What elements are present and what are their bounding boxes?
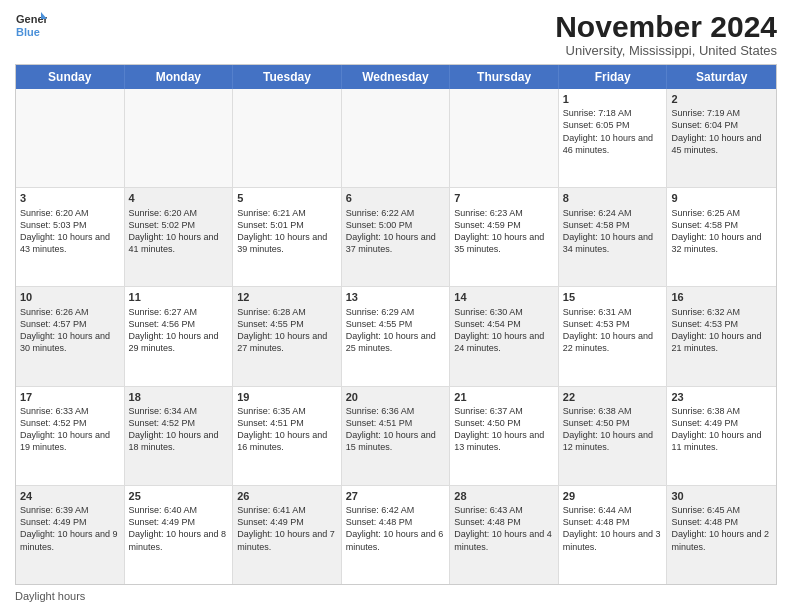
day-number: 22 [563,390,663,404]
cell-info: Sunrise: 6:45 AM Sunset: 4:48 PM Dayligh… [671,504,772,553]
calendar-cell: 21Sunrise: 6:37 AM Sunset: 4:50 PM Dayli… [450,387,559,485]
day-number: 17 [20,390,120,404]
day-number: 15 [563,290,663,304]
cell-info: Sunrise: 6:23 AM Sunset: 4:59 PM Dayligh… [454,207,554,256]
cell-info: Sunrise: 6:40 AM Sunset: 4:49 PM Dayligh… [129,504,229,553]
weekday-header: Monday [125,65,234,89]
cell-info: Sunrise: 7:19 AM Sunset: 6:04 PM Dayligh… [671,107,772,156]
cell-info: Sunrise: 6:42 AM Sunset: 4:48 PM Dayligh… [346,504,446,553]
calendar-cell: 6Sunrise: 6:22 AM Sunset: 5:00 PM Daylig… [342,188,451,286]
main-title: November 2024 [555,10,777,43]
calendar-cell [450,89,559,187]
svg-text:Blue: Blue [16,26,40,38]
cell-info: Sunrise: 6:34 AM Sunset: 4:52 PM Dayligh… [129,405,229,454]
cell-info: Sunrise: 6:35 AM Sunset: 4:51 PM Dayligh… [237,405,337,454]
cell-info: Sunrise: 6:32 AM Sunset: 4:53 PM Dayligh… [671,306,772,355]
calendar-cell: 25Sunrise: 6:40 AM Sunset: 4:49 PM Dayli… [125,486,234,584]
page: General Blue November 2024 University, M… [0,0,792,612]
calendar-cell: 24Sunrise: 6:39 AM Sunset: 4:49 PM Dayli… [16,486,125,584]
cell-info: Sunrise: 6:28 AM Sunset: 4:55 PM Dayligh… [237,306,337,355]
weekday-header: Saturday [667,65,776,89]
cell-info: Sunrise: 6:36 AM Sunset: 4:51 PM Dayligh… [346,405,446,454]
calendar-cell: 17Sunrise: 6:33 AM Sunset: 4:52 PM Dayli… [16,387,125,485]
calendar-cell: 22Sunrise: 6:38 AM Sunset: 4:50 PM Dayli… [559,387,668,485]
day-number: 28 [454,489,554,503]
day-number: 19 [237,390,337,404]
day-number: 2 [671,92,772,106]
cell-info: Sunrise: 6:21 AM Sunset: 5:01 PM Dayligh… [237,207,337,256]
cell-info: Sunrise: 6:38 AM Sunset: 4:50 PM Dayligh… [563,405,663,454]
day-number: 12 [237,290,337,304]
day-number: 25 [129,489,229,503]
day-number: 16 [671,290,772,304]
calendar-cell: 16Sunrise: 6:32 AM Sunset: 4:53 PM Dayli… [667,287,776,385]
calendar-cell [233,89,342,187]
calendar-row: 10Sunrise: 6:26 AM Sunset: 4:57 PM Dayli… [16,287,776,386]
weekday-header: Sunday [16,65,125,89]
cell-info: Sunrise: 6:25 AM Sunset: 4:58 PM Dayligh… [671,207,772,256]
day-number: 13 [346,290,446,304]
calendar-cell: 30Sunrise: 6:45 AM Sunset: 4:48 PM Dayli… [667,486,776,584]
calendar-cell: 1Sunrise: 7:18 AM Sunset: 6:05 PM Daylig… [559,89,668,187]
calendar-row: 1Sunrise: 7:18 AM Sunset: 6:05 PM Daylig… [16,89,776,188]
cell-info: Sunrise: 6:44 AM Sunset: 4:48 PM Dayligh… [563,504,663,553]
day-number: 23 [671,390,772,404]
calendar-cell: 15Sunrise: 6:31 AM Sunset: 4:53 PM Dayli… [559,287,668,385]
calendar-cell: 9Sunrise: 6:25 AM Sunset: 4:58 PM Daylig… [667,188,776,286]
weekday-header: Tuesday [233,65,342,89]
cell-info: Sunrise: 6:39 AM Sunset: 4:49 PM Dayligh… [20,504,120,553]
cell-info: Sunrise: 6:26 AM Sunset: 4:57 PM Dayligh… [20,306,120,355]
day-number: 26 [237,489,337,503]
calendar-cell: 14Sunrise: 6:30 AM Sunset: 4:54 PM Dayli… [450,287,559,385]
calendar-cell: 7Sunrise: 6:23 AM Sunset: 4:59 PM Daylig… [450,188,559,286]
cell-info: Sunrise: 6:22 AM Sunset: 5:00 PM Dayligh… [346,207,446,256]
calendar-cell: 13Sunrise: 6:29 AM Sunset: 4:55 PM Dayli… [342,287,451,385]
cell-info: Sunrise: 7:18 AM Sunset: 6:05 PM Dayligh… [563,107,663,156]
day-number: 10 [20,290,120,304]
calendar-cell: 23Sunrise: 6:38 AM Sunset: 4:49 PM Dayli… [667,387,776,485]
weekday-header: Wednesday [342,65,451,89]
day-number: 11 [129,290,229,304]
subtitle: University, Mississippi, United States [555,43,777,58]
calendar-cell: 19Sunrise: 6:35 AM Sunset: 4:51 PM Dayli… [233,387,342,485]
weekday-header: Friday [559,65,668,89]
day-number: 1 [563,92,663,106]
calendar-cell: 10Sunrise: 6:26 AM Sunset: 4:57 PM Dayli… [16,287,125,385]
calendar-row: 24Sunrise: 6:39 AM Sunset: 4:49 PM Dayli… [16,486,776,584]
calendar-row: 3Sunrise: 6:20 AM Sunset: 5:03 PM Daylig… [16,188,776,287]
footer: Daylight hours [15,590,777,602]
cell-info: Sunrise: 6:37 AM Sunset: 4:50 PM Dayligh… [454,405,554,454]
calendar-row: 17Sunrise: 6:33 AM Sunset: 4:52 PM Dayli… [16,387,776,486]
day-number: 3 [20,191,120,205]
weekday-header: Thursday [450,65,559,89]
day-number: 7 [454,191,554,205]
calendar-body: 1Sunrise: 7:18 AM Sunset: 6:05 PM Daylig… [16,89,776,584]
calendar-cell [125,89,234,187]
day-number: 24 [20,489,120,503]
calendar-cell: 27Sunrise: 6:42 AM Sunset: 4:48 PM Dayli… [342,486,451,584]
day-number: 9 [671,191,772,205]
cell-info: Sunrise: 6:30 AM Sunset: 4:54 PM Dayligh… [454,306,554,355]
title-block: November 2024 University, Mississippi, U… [555,10,777,58]
calendar-cell: 26Sunrise: 6:41 AM Sunset: 4:49 PM Dayli… [233,486,342,584]
cell-info: Sunrise: 6:24 AM Sunset: 4:58 PM Dayligh… [563,207,663,256]
calendar-cell: 18Sunrise: 6:34 AM Sunset: 4:52 PM Dayli… [125,387,234,485]
calendar: SundayMondayTuesdayWednesdayThursdayFrid… [15,64,777,585]
calendar-cell: 29Sunrise: 6:44 AM Sunset: 4:48 PM Dayli… [559,486,668,584]
cell-info: Sunrise: 6:38 AM Sunset: 4:49 PM Dayligh… [671,405,772,454]
day-number: 5 [237,191,337,205]
calendar-cell: 28Sunrise: 6:43 AM Sunset: 4:48 PM Dayli… [450,486,559,584]
calendar-cell: 2Sunrise: 7:19 AM Sunset: 6:04 PM Daylig… [667,89,776,187]
calendar-cell: 5Sunrise: 6:21 AM Sunset: 5:01 PM Daylig… [233,188,342,286]
day-number: 21 [454,390,554,404]
day-number: 8 [563,191,663,205]
cell-info: Sunrise: 6:31 AM Sunset: 4:53 PM Dayligh… [563,306,663,355]
calendar-cell: 20Sunrise: 6:36 AM Sunset: 4:51 PM Dayli… [342,387,451,485]
calendar-cell: 3Sunrise: 6:20 AM Sunset: 5:03 PM Daylig… [16,188,125,286]
calendar-cell: 8Sunrise: 6:24 AM Sunset: 4:58 PM Daylig… [559,188,668,286]
calendar-cell [342,89,451,187]
header: General Blue November 2024 University, M… [15,10,777,58]
calendar-cell: 12Sunrise: 6:28 AM Sunset: 4:55 PM Dayli… [233,287,342,385]
day-number: 4 [129,191,229,205]
cell-info: Sunrise: 6:20 AM Sunset: 5:03 PM Dayligh… [20,207,120,256]
